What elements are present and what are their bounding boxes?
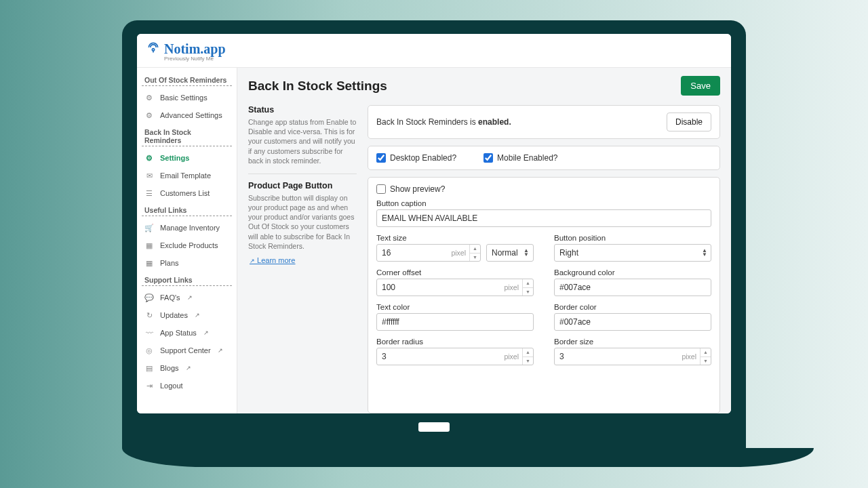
position-label: Button position: [554, 234, 711, 242]
mobile-checkbox-input[interactable]: [484, 153, 493, 163]
external-icon: ↗: [218, 347, 223, 354]
show-preview-input[interactable]: [376, 184, 386, 194]
corner-offset-field: Corner offset pixel ▲▼: [376, 268, 534, 296]
content: Status Change app status from Enable to …: [237, 100, 731, 413]
learn-more-link[interactable]: ↗ Learn more: [248, 256, 295, 264]
status-text: Back In Stock Reminders is enabled.: [376, 117, 511, 127]
gear-icon: ⚙: [144, 152, 155, 163]
sidebar-section-bis: Back In Stock Reminders: [142, 127, 232, 146]
position-select[interactable]: Right: [554, 244, 711, 262]
corner-input[interactable]: [376, 279, 534, 296]
list-icon: ☰: [144, 188, 155, 199]
chat-icon: 💬: [144, 292, 155, 303]
sidebar-item-label: Blogs: [160, 364, 179, 372]
caption-input[interactable]: [376, 209, 711, 227]
text-color-field: Text color: [376, 303, 534, 331]
laptop-frame: Notim.app Previously Notify Me Out Of St…: [122, 20, 746, 468]
status-heading: Status: [248, 105, 357, 115]
sidebar-item-advanced-settings[interactable]: ⚙ Advanced Settings: [140, 106, 234, 124]
sidebar-item-settings[interactable]: ⚙ Settings: [140, 149, 234, 167]
button-block: Product Page Button Subscribe button wil…: [248, 181, 357, 264]
sidebar-section-useful: Useful Links: [142, 205, 232, 216]
status-block: Status Change app status from Enable to …: [248, 105, 357, 165]
sidebar-item-customers-list[interactable]: ☰ Customers List: [140, 184, 234, 202]
document-icon: ▤: [144, 363, 155, 373]
gears-icon: ⚙: [144, 110, 155, 121]
sidebar-item-label: Customers List: [160, 189, 210, 197]
logo-subtitle: Previously Notify Me: [164, 56, 722, 62]
sidebar-item-faqs[interactable]: 💬 FAQ's ↗: [140, 289, 234, 306]
bg-input[interactable]: [554, 279, 711, 296]
sidebar-item-support-center[interactable]: ◎ Support Center ↗: [140, 342, 234, 359]
background-color-field: Background color: [554, 268, 711, 296]
laptop-hinge: [137, 413, 731, 441]
external-icon: ↗: [195, 312, 200, 319]
text-color-label: Text color: [376, 303, 534, 311]
position-value: Right: [559, 248, 578, 258]
sidebar-item-label: Updates: [160, 311, 188, 319]
logo-bar: Notim.app Previously Notify Me: [137, 34, 731, 68]
border-radius-input[interactable]: [376, 348, 534, 365]
logo-text: Notim.app: [164, 41, 226, 57]
sidebar-item-app-status[interactable]: 〰 App Status ↗: [140, 324, 234, 342]
status-value: enabled.: [478, 117, 511, 127]
status-prefix: Back In Stock Reminders is: [376, 117, 478, 127]
text-size-input[interactable]: [376, 244, 481, 262]
laptop-notch: [418, 422, 450, 432]
border-size-label: Border size: [554, 338, 711, 346]
status-desc: Change app status from Enable to Disable…: [248, 117, 357, 165]
border-radius-label: Border radius: [376, 338, 534, 346]
text-size-spinner[interactable]: ▲▼: [469, 245, 480, 261]
border-size-input[interactable]: [554, 348, 711, 365]
sidebar-item-label: Email Template: [160, 171, 211, 180]
text-weight-select[interactable]: Normal ▲▼: [486, 244, 534, 262]
sidebar-item-logout[interactable]: ⇥ Logout: [140, 377, 234, 394]
border-color-label: Border color: [554, 303, 711, 311]
external-icon: ↗: [203, 329, 209, 336]
button-settings-card: Show preview? Button caption Text size: [368, 177, 720, 413]
sidebar-item-label: Advanced Settings: [160, 111, 222, 119]
logo-icon: [146, 41, 160, 57]
show-preview-label: Show preview?: [390, 184, 445, 194]
box-icon: ▦: [144, 240, 155, 251]
mobile-label: Mobile Enabled?: [497, 153, 557, 163]
sidebar-item-manage-inventory[interactable]: 🛒 Manage Inventory: [140, 219, 234, 237]
svg-point-0: [152, 49, 154, 51]
external-icon: ↗: [187, 294, 193, 301]
border-radius-spinner[interactable]: ▲▼: [522, 348, 533, 365]
sidebar-item-label: Logout: [160, 382, 183, 390]
sidebar-item-exclude-products[interactable]: ▦ Exclude Products: [140, 237, 234, 254]
toggle-card: Desktop Enabled? Mobile Enabled?: [368, 146, 720, 170]
desktop-label: Desktop Enabled?: [390, 153, 456, 163]
cart-icon: 🛒: [144, 222, 155, 233]
sidebar-item-plans[interactable]: ▦ Plans: [140, 254, 234, 272]
select-arrows-icon: ▲▼: [524, 249, 529, 257]
text-size-field: Text size pixel ▲▼: [376, 234, 534, 262]
separator: [248, 174, 357, 174]
desktop-checkbox-input[interactable]: [376, 153, 386, 163]
desktop-enabled-checkbox[interactable]: Desktop Enabled?: [376, 153, 456, 163]
border-color-input[interactable]: [554, 313, 711, 331]
sidebar-item-blogs[interactable]: ▤ Blogs ↗: [140, 359, 234, 377]
gear-icon: ⚙: [144, 92, 155, 103]
sidebar-section-oos: Out Of Stock Reminders: [142, 75, 232, 86]
external-icon: ↗: [250, 258, 255, 264]
sidebar-item-label: Manage Inventory: [160, 224, 220, 232]
save-button[interactable]: Save: [681, 76, 720, 96]
refresh-icon: ↻: [144, 310, 155, 321]
mobile-enabled-checkbox[interactable]: Mobile Enabled?: [484, 153, 557, 163]
sidebar-item-email-template[interactable]: ✉ Email Template: [140, 167, 234, 184]
show-preview-checkbox[interactable]: Show preview?: [376, 184, 711, 194]
disable-button[interactable]: Disable: [667, 113, 711, 131]
text-color-input[interactable]: [376, 313, 534, 331]
border-size-spinner[interactable]: ▲▼: [700, 348, 711, 365]
envelope-gear-icon: ✉: [144, 170, 155, 181]
sidebar-item-basic-settings[interactable]: ⚙ Basic Settings: [140, 89, 234, 106]
caption-label: Button caption: [376, 199, 711, 207]
app-logo: Notim.app: [146, 41, 722, 57]
sidebar-section-support: Support Links: [142, 274, 232, 286]
sidebar-item-updates[interactable]: ↻ Updates ↗: [140, 306, 234, 324]
corner-spinner[interactable]: ▲▼: [522, 279, 533, 296]
sidebar-item-label: Settings: [160, 154, 189, 162]
screen-bezel: Notim.app Previously Notify Me Out Of St…: [122, 20, 746, 449]
